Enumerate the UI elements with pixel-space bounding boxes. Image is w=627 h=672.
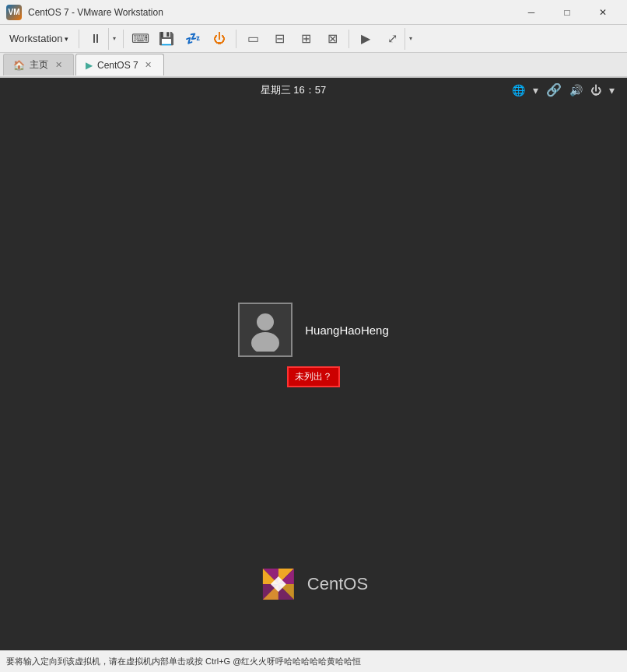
console-button[interactable]: ▶ (353, 28, 378, 50)
toolbar-sep-2 (123, 30, 124, 48)
user-row: HuangHaoHeng (238, 303, 389, 357)
centos7-tab-icon: ▶ (86, 60, 93, 71)
centos-logo-svg (259, 565, 298, 604)
pause-btn-group: ⏸ ▾ (83, 28, 119, 50)
workstation-menu[interactable]: Workstation ▾ (3, 30, 75, 47)
snapshot-button[interactable]: 💾 (154, 28, 179, 50)
toolbar-sep-4 (349, 30, 349, 48)
vm-top-bar-right: 🌐 ▾ 🔗 🔊 ⏻ ▾ (512, 82, 615, 97)
home-tab-close[interactable]: ✕ (53, 60, 64, 71)
suspend-button[interactable]: 💤 (180, 28, 205, 50)
user-card: HuangHaoHeng 未列出？ (238, 303, 389, 387)
vm-top-bar: 星期三 16：57 🌐 ▾ 🔗 🔊 ⏻ ▾ (0, 78, 627, 102)
minimize-button[interactable]: ─ (513, 0, 549, 25)
workstation-label: Workstation (9, 33, 62, 44)
svg-point-0 (257, 313, 274, 331)
centos7-tab-label: CentOS 7 (97, 60, 138, 71)
svg-point-1 (251, 332, 279, 352)
power-button[interactable]: ⏻ (207, 28, 232, 50)
close-button[interactable]: ✕ (585, 0, 621, 25)
network-icon[interactable]: 🔗 (546, 82, 562, 97)
view-unity-button[interactable]: ⊟ (267, 28, 292, 50)
centos-logo-area: CentOS (259, 565, 368, 604)
user-avatar[interactable] (238, 303, 292, 357)
pause-button[interactable]: ⏸ (83, 28, 108, 50)
stretch-btn-group: ⤢ ▾ (380, 28, 415, 50)
power-dropdown[interactable]: ▾ (609, 84, 615, 96)
centos-brand-text: CentOS (307, 574, 368, 594)
view-full-button[interactable]: ▭ (240, 28, 265, 50)
tab-home[interactable]: 🏠 主页 ✕ (3, 54, 74, 75)
view-split-button[interactable]: ⊞ (293, 28, 318, 50)
stretch-button[interactable]: ⤢ (380, 28, 405, 50)
toolbar-sep-3 (236, 30, 236, 48)
centos7-tab-close[interactable]: ✕ (143, 60, 154, 71)
status-message: 要将输入定向到该虚拟机，请在虚拟机内部单击或按 Ctrl+G @红火火呀呼哈哈哈… (6, 656, 621, 667)
view-unsplit-button[interactable]: ⊠ (320, 28, 345, 50)
vm-screen[interactable]: 星期三 16：57 🌐 ▾ 🔗 🔊 ⏻ ▾ HuangHaoHeng (0, 78, 627, 650)
tab-centos7[interactable]: ▶ CentOS 7 ✕ (75, 54, 164, 75)
accessibility-icon[interactable]: 🌐 (512, 84, 525, 96)
pause-dropdown[interactable]: ▾ (108, 28, 119, 50)
app-icon: VM (6, 5, 22, 20)
power-status-icon[interactable]: ⏻ (590, 84, 601, 96)
workstation-dropdown-arrow: ▾ (65, 35, 68, 43)
title-bar: VM CentOS 7 - VMware Workstation ─ □ ✕ (0, 0, 627, 25)
avatar-svg (246, 309, 285, 352)
tab-bar: 🏠 主页 ✕ ▶ CentOS 7 ✕ (0, 53, 627, 78)
dropdown-arrow-access[interactable]: ▾ (533, 84, 538, 96)
status-bar: 要将输入定向到该虚拟机，请在虚拟机内部单击或按 Ctrl+G @红火火呀呼哈哈哈… (0, 650, 627, 672)
volume-icon[interactable]: 🔊 (569, 84, 583, 96)
home-tab-icon: 🏠 (13, 60, 25, 71)
window-controls: ─ □ ✕ (513, 0, 621, 25)
menu-toolbar-bar: Workstation ▾ ⏸ ▾ ⌨ 💾 💤 ⏻ ▭ ⊟ ⊞ ⊠ ▶ ⤢ ▾ (0, 25, 627, 53)
not-listed-button[interactable]: 未列出？ (287, 366, 340, 387)
stretch-dropdown[interactable]: ▾ (405, 28, 415, 50)
home-tab-label: 主页 (30, 58, 48, 72)
window-title: CentOS 7 - VMware Workstation (28, 7, 513, 18)
maximize-button[interactable]: □ (549, 0, 585, 25)
user-name: HuangHaoHeng (305, 324, 389, 337)
vm-datetime: 星期三 16：57 (75, 83, 512, 97)
send-ctrl-alt-del-button[interactable]: ⌨ (128, 28, 152, 50)
toolbar-sep-1 (79, 30, 79, 48)
